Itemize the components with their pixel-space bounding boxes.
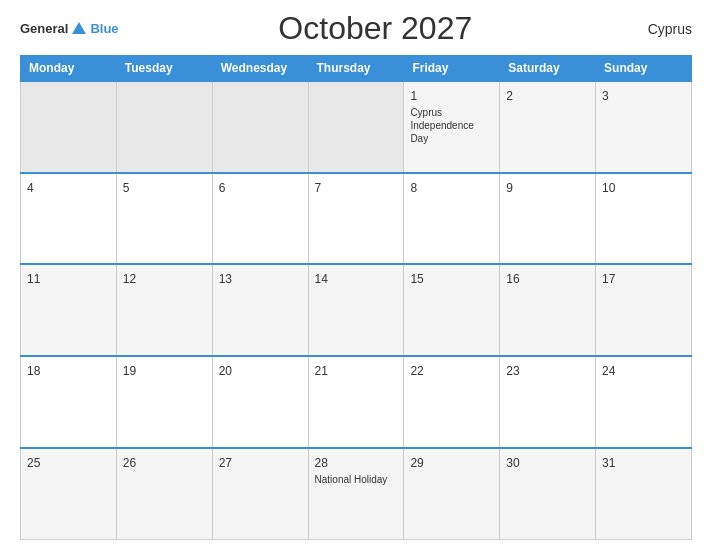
calendar-cell: 15: [404, 264, 500, 356]
calendar-cell: [116, 81, 212, 173]
calendar-cell: 26: [116, 448, 212, 540]
calendar-week-3: 11121314151617: [21, 264, 692, 356]
event-text: National Holiday: [315, 473, 398, 486]
day-number: 31: [602, 456, 615, 470]
calendar-cell: 24: [596, 356, 692, 448]
day-number: 25: [27, 456, 40, 470]
calendar-week-1: 1Cyprus Independence Day23: [21, 81, 692, 173]
calendar-cell: 16: [500, 264, 596, 356]
day-number: 8: [410, 181, 417, 195]
calendar-cell: 18: [21, 356, 117, 448]
day-number: 23: [506, 364, 519, 378]
calendar-cell: 30: [500, 448, 596, 540]
calendar-cell: 22: [404, 356, 500, 448]
calendar-cell: [212, 81, 308, 173]
logo: General Blue: [20, 20, 119, 38]
day-number: 22: [410, 364, 423, 378]
logo-icon: [70, 20, 88, 38]
calendar-cell: 27: [212, 448, 308, 540]
calendar-cell: 5: [116, 173, 212, 265]
day-of-week-friday: Friday: [404, 56, 500, 82]
calendar-cell: [308, 81, 404, 173]
calendar-cell: 12: [116, 264, 212, 356]
day-number: 12: [123, 272, 136, 286]
page-header: General Blue October 2027 Cyprus: [20, 10, 692, 47]
country-label: Cyprus: [632, 21, 692, 37]
calendar-title: October 2027: [119, 10, 632, 47]
day-of-week-wednesday: Wednesday: [212, 56, 308, 82]
day-number: 11: [27, 272, 40, 286]
day-number: 26: [123, 456, 136, 470]
calendar-cell: 8: [404, 173, 500, 265]
calendar-week-4: 18192021222324: [21, 356, 692, 448]
day-number: 7: [315, 181, 322, 195]
day-number: 2: [506, 89, 513, 103]
calendar-cell: 3: [596, 81, 692, 173]
calendar-cell: 20: [212, 356, 308, 448]
calendar-cell: 21: [308, 356, 404, 448]
day-number: 18: [27, 364, 40, 378]
day-number: 3: [602, 89, 609, 103]
day-number: 9: [506, 181, 513, 195]
calendar-header: MondayTuesdayWednesdayThursdayFridaySatu…: [21, 56, 692, 82]
day-number: 21: [315, 364, 328, 378]
day-number: 27: [219, 456, 232, 470]
day-of-week-thursday: Thursday: [308, 56, 404, 82]
calendar-cell: 6: [212, 173, 308, 265]
calendar-cell: 19: [116, 356, 212, 448]
calendar-cell: 25: [21, 448, 117, 540]
calendar-cell: 2: [500, 81, 596, 173]
day-number: 16: [506, 272, 519, 286]
days-of-week-row: MondayTuesdayWednesdayThursdayFridaySatu…: [21, 56, 692, 82]
calendar-cell: 28National Holiday: [308, 448, 404, 540]
day-of-week-saturday: Saturday: [500, 56, 596, 82]
day-number: 10: [602, 181, 615, 195]
calendar-cell: 9: [500, 173, 596, 265]
calendar-cell: 17: [596, 264, 692, 356]
calendar-cell: 23: [500, 356, 596, 448]
day-number: 14: [315, 272, 328, 286]
day-number: 28: [315, 456, 328, 470]
calendar-cell: 11: [21, 264, 117, 356]
day-number: 13: [219, 272, 232, 286]
day-of-week-sunday: Sunday: [596, 56, 692, 82]
day-number: 24: [602, 364, 615, 378]
day-number: 29: [410, 456, 423, 470]
calendar-cell: 13: [212, 264, 308, 356]
day-number: 6: [219, 181, 226, 195]
calendar-cell: 29: [404, 448, 500, 540]
day-number: 30: [506, 456, 519, 470]
calendar-week-2: 45678910: [21, 173, 692, 265]
event-text: Cyprus Independence Day: [410, 106, 493, 145]
day-number: 4: [27, 181, 34, 195]
calendar-cell: 1Cyprus Independence Day: [404, 81, 500, 173]
day-of-week-tuesday: Tuesday: [116, 56, 212, 82]
calendar-body: 1Cyprus Independence Day2345678910111213…: [21, 81, 692, 540]
calendar-cell: 10: [596, 173, 692, 265]
calendar-cell: 31: [596, 448, 692, 540]
day-number: 5: [123, 181, 130, 195]
day-number: 19: [123, 364, 136, 378]
day-number: 1: [410, 89, 417, 103]
svg-marker-0: [72, 22, 86, 34]
logo-blue-text: Blue: [90, 21, 118, 36]
logo-general-text: General: [20, 21, 68, 36]
calendar-cell: 4: [21, 173, 117, 265]
calendar-cell: [21, 81, 117, 173]
day-number: 15: [410, 272, 423, 286]
calendar-week-5: 25262728National Holiday293031: [21, 448, 692, 540]
day-number: 17: [602, 272, 615, 286]
day-of-week-monday: Monday: [21, 56, 117, 82]
calendar-cell: 7: [308, 173, 404, 265]
calendar-cell: 14: [308, 264, 404, 356]
day-number: 20: [219, 364, 232, 378]
calendar-table: MondayTuesdayWednesdayThursdayFridaySatu…: [20, 55, 692, 540]
